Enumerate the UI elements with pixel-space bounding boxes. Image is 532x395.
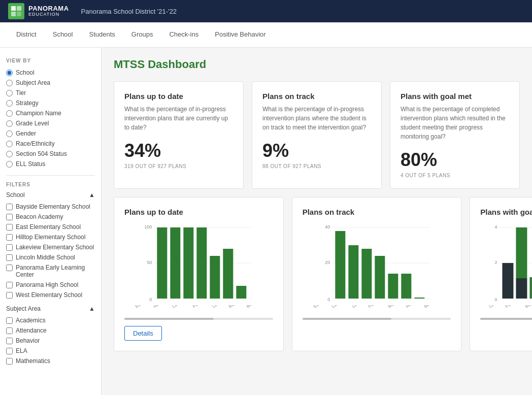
stat-card-uptodate: Plans up to date What is the percentage … xyxy=(114,81,244,189)
chart-goalmet-area: 4 2 0 xyxy=(480,222,532,314)
chart-card-uptodate: Plans up to date 100 50 0 xyxy=(114,197,284,351)
svg-text:4: 4 xyxy=(495,224,497,229)
chevron-up-icon: ▲ xyxy=(89,191,95,199)
stat-card-ontrack: Plans on track What is the percentage of… xyxy=(252,81,382,189)
svg-rect-2 xyxy=(11,12,16,16)
filter-math[interactable]: Mathematics xyxy=(6,356,95,366)
view-by-grade[interactable]: Grade Level xyxy=(6,118,95,128)
svg-text:40: 40 xyxy=(325,224,330,229)
view-by-champion[interactable]: Champion Name xyxy=(6,108,95,118)
svg-rect-15 xyxy=(223,249,233,299)
stat-card-ontrack-desc: What is the percentage of in-progress in… xyxy=(262,105,371,132)
stat-card-goalmet: Plans with goal met What is the percenta… xyxy=(390,81,520,189)
svg-text:0: 0 xyxy=(149,297,152,302)
svg-rect-23 xyxy=(335,231,345,299)
view-by-strategy[interactable]: Strategy xyxy=(6,98,95,108)
stat-card-goalmet-sub: 4 OUT OF 5 PLANS xyxy=(401,173,509,178)
stat-card-uptodate-title: Plans up to date xyxy=(124,92,233,101)
svg-rect-29 xyxy=(414,298,424,299)
svg-rect-28 xyxy=(401,274,411,299)
sidebar: VIEW BY School Subject Area Tier Strateg… xyxy=(0,48,102,395)
filter-east[interactable]: East Elementary School xyxy=(6,222,95,232)
chart-uptodate-svg: 100 50 0 xyxy=(124,222,273,304)
logo-text: PANORAMA EDUCATION xyxy=(28,5,69,17)
nav-positive-behavior[interactable]: Positive Behavior xyxy=(207,22,274,47)
svg-text:0: 0 xyxy=(327,297,330,302)
filter-ela[interactable]: ELA xyxy=(6,346,95,356)
main-content: MTSS Dashboard Plans up to date What is … xyxy=(102,48,532,395)
filter-hilltop[interactable]: Hilltop Elementary School xyxy=(6,232,95,242)
district-title: Panorama School District '21-'22 xyxy=(81,8,177,15)
chart-ontrack-svg: 40 20 0 xyxy=(303,222,451,304)
chart-ontrack-title: Plans on track xyxy=(303,208,451,216)
view-by-504[interactable]: Section 504 Status xyxy=(6,149,95,159)
filter-bayside[interactable]: Bayside Elementary School xyxy=(6,202,95,212)
svg-rect-0 xyxy=(11,6,16,11)
stat-card-uptodate-desc: What is the percentage of in-progress in… xyxy=(124,105,233,132)
chart-goalmet-xlabels: Lincoln... Panoram... Bayside... East El… xyxy=(480,305,532,320)
svg-rect-12 xyxy=(183,227,193,299)
svg-rect-16 xyxy=(236,286,246,299)
svg-rect-27 xyxy=(388,274,398,299)
filter-academics[interactable]: Academics xyxy=(6,315,95,325)
nav-school[interactable]: School xyxy=(45,22,81,47)
svg-rect-1 xyxy=(17,6,21,11)
svg-text:2: 2 xyxy=(495,260,497,265)
chart-uptodate-xlabels: East Ele... Hilltop E... Lakeview... Pan… xyxy=(124,305,273,320)
svg-rect-24 xyxy=(348,245,358,299)
svg-rect-14 xyxy=(210,256,220,299)
chart-goalmet-title: Plans with goal met xyxy=(480,208,532,216)
nav-district[interactable]: District xyxy=(8,22,45,47)
filter-lincoln[interactable]: Lincoln Middle School xyxy=(6,252,95,262)
svg-rect-25 xyxy=(361,249,372,299)
chevron-up-icon-2: ▲ xyxy=(89,305,95,312)
svg-rect-37 xyxy=(516,227,527,278)
chart-ontrack-area: 40 20 0 xyxy=(303,222,451,314)
nav-groups[interactable]: Groups xyxy=(123,22,161,47)
page-title: MTSS Dashboard xyxy=(114,58,520,71)
layout: VIEW BY School Subject Area Tier Strateg… xyxy=(0,48,532,395)
chart-card-ontrack: Plans on track 40 20 0 xyxy=(292,197,462,351)
filter-attendance[interactable]: Attendance xyxy=(6,325,95,336)
filter-west[interactable]: West Elementary School xyxy=(6,290,95,300)
school-filter-header[interactable]: School ▲ xyxy=(6,191,95,199)
filters-label: FILTERS xyxy=(6,182,95,187)
stat-card-ontrack-stat: 9% xyxy=(262,140,371,161)
stat-cards-row: Plans up to date What is the percentage … xyxy=(114,81,520,189)
logo-icon xyxy=(8,3,24,19)
filter-beacon[interactable]: Beacon Academy xyxy=(6,212,95,222)
chart-uptodate-area: 100 50 0 xyxy=(124,222,273,314)
stat-card-goalmet-title: Plans with goal met xyxy=(401,92,509,101)
view-by-school[interactable]: School xyxy=(6,68,95,78)
svg-rect-26 xyxy=(375,256,385,299)
nav-students[interactable]: Students xyxy=(81,22,123,47)
view-by-gender[interactable]: Gender xyxy=(6,128,95,139)
svg-text:100: 100 xyxy=(144,224,152,229)
chart-uptodate-title: Plans up to date xyxy=(124,208,273,216)
view-by-tier[interactable]: Tier xyxy=(6,88,95,98)
chart-cards-row: Plans up to date 100 50 0 xyxy=(114,197,520,351)
subject-area-filter-header[interactable]: Subject Area ▲ xyxy=(6,305,95,312)
chart-ontrack-xlabels: East Ele... Lakeview... Lincoln... Panor… xyxy=(303,305,451,320)
filter-behavior[interactable]: Behavior xyxy=(6,336,95,346)
filter-panorama-high[interactable]: Panorama High School xyxy=(6,280,95,290)
svg-rect-36 xyxy=(503,263,514,299)
view-by-ell[interactable]: ELL Status xyxy=(6,159,95,169)
svg-text:50: 50 xyxy=(147,260,152,265)
svg-rect-38 xyxy=(516,278,527,299)
svg-text:20: 20 xyxy=(325,260,330,265)
view-by-race[interactable]: Race/Ethnicity xyxy=(6,139,95,149)
main-nav: District School Students Groups Check-in… xyxy=(0,22,532,48)
logo: PANORAMA EDUCATION xyxy=(8,3,69,19)
svg-rect-39 xyxy=(530,277,532,299)
stat-card-ontrack-title: Plans on track xyxy=(262,92,371,101)
view-by-subject[interactable]: Subject Area xyxy=(6,78,95,88)
nav-checkins[interactable]: Check-ins xyxy=(161,22,207,47)
chart-card-goalmet: Plans with goal met 4 2 0 xyxy=(470,197,532,351)
details-button[interactable]: Details xyxy=(124,326,162,341)
svg-rect-13 xyxy=(196,227,207,299)
stat-card-goalmet-desc: What is the percentage of completed inte… xyxy=(401,105,509,141)
filter-panorama-early[interactable]: Panorama Early Learning Center xyxy=(6,262,95,280)
filter-lakeview[interactable]: Lakeview Elementary School xyxy=(6,242,95,252)
svg-text:0: 0 xyxy=(495,297,497,302)
